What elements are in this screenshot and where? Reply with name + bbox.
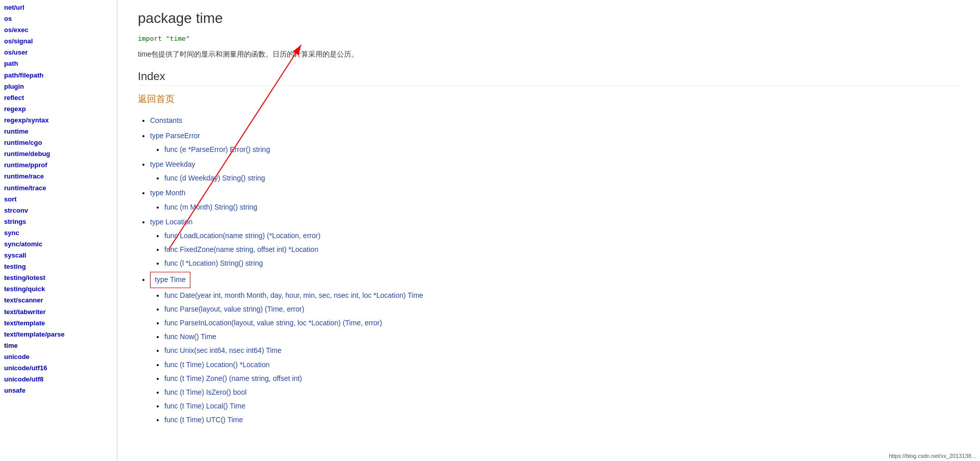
- sidebar[interactable]: net/urlosos/execos/signalos/userpathpath…: [0, 0, 117, 461]
- index-item: type Timefunc Date(year int, month Month…: [150, 272, 960, 426]
- index-sub-item: func Now() Time: [164, 330, 960, 343]
- index-sub-item: func Unix(sec int64, nsec int64) Time: [164, 344, 960, 357]
- index-sub-item: func (t Time) Location() *Location: [164, 358, 960, 371]
- sidebar-link-testing[interactable]: testing: [4, 261, 113, 272]
- sidebar-link-unicode[interactable]: unicode: [4, 351, 113, 363]
- sidebar-link-text-scanner[interactable]: text/scanner: [4, 295, 113, 306]
- index-sub-item: func Parse(layout, value string) (Time, …: [164, 303, 960, 316]
- index-sub-link[interactable]: func (l *Location) String() string: [164, 259, 263, 267]
- index-sub-item: func (l *Location) String() string: [164, 257, 960, 270]
- index-sub-link[interactable]: func (t Time) Local() Time: [164, 402, 246, 410]
- sidebar-link-unicode-utf16[interactable]: unicode/utf16: [4, 363, 113, 374]
- index-sub-item: func (t Time) Zone() (name string, offse…: [164, 372, 960, 385]
- index-item: type Monthfunc (m Month) String() string: [150, 187, 960, 213]
- index-item: type ParseErrorfunc (e *ParseError) Erro…: [150, 130, 960, 156]
- sidebar-link-os-user[interactable]: os/user: [4, 47, 113, 58]
- index-sub-item: func (t Time) UTC() Time: [164, 414, 960, 426]
- back-link[interactable]: 返回首页: [138, 93, 960, 105]
- url-bar: https://blog.csdn.net/xx_2013138...: [889, 453, 976, 459]
- sidebar-link-os[interactable]: os: [4, 13, 113, 24]
- index-item-link[interactable]: type Time: [155, 275, 186, 284]
- index-item-link[interactable]: type Weekday: [150, 160, 195, 168]
- sidebar-link-unicode-utf8[interactable]: unicode/utf8: [4, 374, 113, 385]
- index-title: Index: [138, 70, 960, 86]
- index-sub-item: func FixedZone(name string, offset int) …: [164, 243, 960, 256]
- sidebar-link-plugin[interactable]: plugin: [4, 81, 113, 92]
- index-item-link[interactable]: type Month: [150, 189, 185, 197]
- sidebar-link-reflect[interactable]: reflect: [4, 92, 113, 104]
- sidebar-link-text-tabwriter[interactable]: text/tabwriter: [4, 306, 113, 318]
- sidebar-link-regexp-syntax[interactable]: regexp/syntax: [4, 115, 113, 126]
- index-sub-item: func LoadLocation(name string) (*Locatio…: [164, 229, 960, 242]
- sidebar-link-os-signal[interactable]: os/signal: [4, 36, 113, 47]
- index-sub-item: func (m Month) String() string: [164, 201, 960, 214]
- index-sub-link[interactable]: func Unix(sec int64, nsec int64) Time: [164, 346, 282, 354]
- sidebar-link-sync-atomic[interactable]: sync/atomic: [4, 239, 113, 250]
- index-item: Constants: [150, 114, 960, 127]
- index-sub-link[interactable]: func (t Time) Location() *Location: [164, 361, 270, 369]
- sidebar-link-path[interactable]: path: [4, 58, 113, 69]
- index-sub-item: func Date(year int, month Month, day, ho…: [164, 289, 960, 302]
- index-sub-item: func (t Time) IsZero() bool: [164, 386, 960, 399]
- sidebar-link-runtime-debug[interactable]: runtime/debug: [4, 148, 113, 160]
- sidebar-link-runtime[interactable]: runtime: [4, 126, 113, 137]
- index-item-link[interactable]: type Location: [150, 218, 192, 226]
- index-sub-item: func ParseInLocation(layout, value strin…: [164, 317, 960, 329]
- sidebar-link-runtime-trace[interactable]: runtime/trace: [4, 183, 113, 194]
- sidebar-link-time[interactable]: time: [4, 340, 113, 351]
- sidebar-link-runtime-race[interactable]: runtime/race: [4, 171, 113, 182]
- index-list: Constantstype ParseErrorfunc (e *ParseEr…: [138, 114, 960, 426]
- sidebar-link-regexp[interactable]: regexp: [4, 104, 113, 115]
- sidebar-link-sync[interactable]: sync: [4, 227, 113, 239]
- index-sub-link[interactable]: func ParseInLocation(layout, value strin…: [164, 319, 382, 327]
- sidebar-link-text-template-parse[interactable]: text/template/parse: [4, 329, 113, 340]
- index-sub-link[interactable]: func Parse(layout, value string) (Time, …: [164, 305, 304, 313]
- sidebar-link-testing-iotest[interactable]: testing/iotest: [4, 272, 113, 284]
- index-sub-link[interactable]: func FixedZone(name string, offset int) …: [164, 245, 318, 253]
- index-sub-link[interactable]: func (m Month) String() string: [164, 203, 257, 211]
- sidebar-link-sort[interactable]: sort: [4, 194, 113, 205]
- package-description: time包提供了时间的显示和测量用的函数。日历的计算采用的是公历。: [138, 48, 960, 60]
- index-item: type Locationfunc LoadLocation(name stri…: [150, 216, 960, 270]
- index-sub-link[interactable]: func Now() Time: [164, 332, 216, 341]
- index-sub-link[interactable]: func Date(year int, month Month, day, ho…: [164, 291, 423, 299]
- sidebar-link-runtime-cgo[interactable]: runtime/cgo: [4, 137, 113, 148]
- index-item-link[interactable]: type ParseError: [150, 132, 200, 140]
- index-sub-item: func (t Time) Local() Time: [164, 400, 960, 413]
- index-sub-link[interactable]: func (d Weekday) String() string: [164, 174, 265, 182]
- sidebar-link-syscall[interactable]: syscall: [4, 250, 113, 261]
- sidebar-link-net-url[interactable]: net/url: [4, 2, 113, 13]
- index-sub-link[interactable]: func (t Time) UTC() Time: [164, 416, 243, 424]
- package-title: package time: [138, 10, 960, 27]
- import-statement: import "time": [138, 35, 960, 42]
- sidebar-link-text-template[interactable]: text/template: [4, 318, 113, 329]
- sidebar-link-unsafe[interactable]: unsafe: [4, 385, 113, 396]
- index-sub-link[interactable]: func (t Time) IsZero() bool: [164, 388, 247, 396]
- index-sub-item: func (e *ParseError) Error() string: [164, 143, 960, 156]
- sidebar-link-testing-quick[interactable]: testing/quick: [4, 284, 113, 295]
- index-sub-link[interactable]: func (e *ParseError) Error() string: [164, 145, 270, 153]
- index-item: type Weekdayfunc (d Weekday) String() st…: [150, 158, 960, 185]
- index-item-link[interactable]: Constants: [150, 116, 182, 124]
- sidebar-link-strings[interactable]: strings: [4, 216, 113, 227]
- sidebar-link-strconv[interactable]: strconv: [4, 205, 113, 216]
- sidebar-link-os-exec[interactable]: os/exec: [4, 24, 113, 36]
- index-sub-item: func (d Weekday) String() string: [164, 172, 960, 185]
- index-sub-link[interactable]: func (t Time) Zone() (name string, offse…: [164, 374, 302, 382]
- sidebar-link-runtime-pprof[interactable]: runtime/pprof: [4, 160, 113, 171]
- main-content: package time import "time" time包提供了时间的显示…: [117, 0, 980, 461]
- sidebar-link-path-filepath[interactable]: path/filepath: [4, 70, 113, 81]
- index-sub-link[interactable]: func LoadLocation(name string) (*Locatio…: [164, 232, 321, 240]
